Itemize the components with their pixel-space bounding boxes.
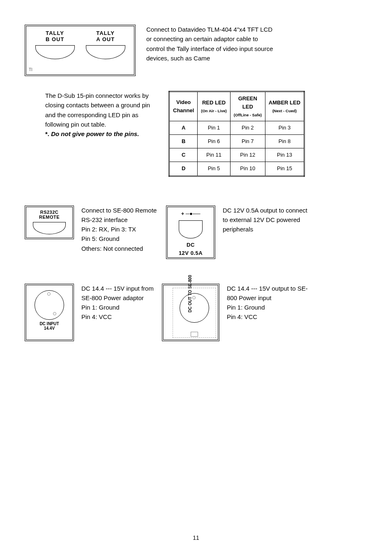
text: Pin 4: VCC (81, 312, 159, 321)
tally-b-label: TALLY B OUT (46, 30, 64, 43)
cell: B (169, 135, 198, 148)
ports-row-2: DC INPUT 14.4V DC 14.4 --- 15V input fro… (25, 284, 367, 341)
text: A OUT (96, 36, 115, 42)
text: TALLY (46, 30, 64, 36)
polarity-icon: + ─●── (169, 210, 212, 218)
cell: Pin 7 (230, 135, 265, 148)
table-row: D Pin 5 Pin 10 Pin 15 (169, 162, 304, 176)
connector-tab-icon (191, 332, 198, 337)
warning-line: *. Do not give power to the pins. (45, 129, 160, 139)
text: Pin 4: VCC (227, 312, 317, 321)
rs232-description: Connect to SE-800 Remote RS-232 interfac… (81, 206, 164, 253)
text: (On Air - Live) (201, 108, 226, 114)
text: TALLY (96, 30, 115, 36)
pinout-table: Video Channel RED LED (On Air - Live) GR… (168, 91, 305, 177)
text: DC INPUT (39, 321, 59, 326)
text: RED LED (202, 99, 226, 106)
cell: Pin 13 (265, 148, 304, 162)
tally-diagram: TALLY B OUT TALLY A OUT TI (25, 25, 136, 76)
rs232-diagram: RS232C REMOTE (25, 206, 74, 239)
text: Pin 2: RX, Pin 3: TX (81, 224, 164, 234)
dsub-connector-icon (33, 222, 66, 234)
tally-section: TALLY B OUT TALLY A OUT TI Connect to Da… (25, 25, 367, 76)
dsub-connector-icon (35, 45, 75, 59)
dc12-diagram: + ─●── DC 12V 0.5A (166, 206, 215, 259)
cell: Pin 6 (198, 135, 230, 148)
text: RS232C (40, 210, 59, 215)
xlr-connector-icon (35, 290, 64, 320)
text: Pin 5: Ground (81, 234, 164, 243)
text: *. (45, 130, 51, 137)
text: DC 14.4 --- 15V input from SE-800 Power … (81, 284, 159, 303)
th-red-led: RED LED (On Air - Live) (198, 92, 230, 121)
cell: Pin 11 (198, 148, 230, 162)
text: REMOTE (39, 215, 60, 220)
text: Connect to SE-800 Remote RS-232 interfac… (81, 206, 164, 225)
dc-input-diagram: DC INPUT 14.4V (25, 284, 74, 341)
text: LED (242, 104, 253, 110)
ti-label: TI (29, 67, 32, 73)
table-row: A Pin 1 Pin 2 Pin 3 (169, 121, 304, 135)
cell: Pin 10 (230, 162, 265, 176)
pinout-section: The D-Sub 15-pin connector works by clos… (25, 91, 367, 177)
text: GREEN (238, 95, 257, 102)
dc12-description: DC 12V 0.5A output to connect to externa… (223, 206, 313, 234)
page-number: 11 (193, 534, 199, 543)
paragraph: The D-Sub 15-pin connector works by clos… (45, 91, 160, 129)
text: 12V 0.5A (179, 250, 203, 256)
text: Others: Not connected (81, 244, 164, 253)
text: (OffLine - Safe) (234, 112, 262, 118)
tally-a-label: TALLY A OUT (96, 30, 115, 43)
th-amber-led: AMBER LED (Next - Cued) (265, 92, 304, 121)
dc-out-diagram: DC OUT TO SE-800 (162, 284, 219, 341)
text: 14.4V (44, 326, 55, 331)
cell: Pin 15 (265, 162, 304, 176)
text: (Next - Cued) (269, 108, 300, 114)
xlr-connector-icon (180, 293, 209, 323)
ports-row-1: RS232C REMOTE Connect to SE-800 Remote R… (25, 206, 367, 259)
th-green-led: GREEN LED (OffLine - Safe) (230, 92, 265, 121)
dc-out-description: DC 14.4 --- 15V output to SE-800 Power i… (227, 284, 317, 322)
text: Pin 1: Ground (227, 303, 317, 312)
dsub-connector-icon (86, 45, 125, 59)
cell: Pin 3 (265, 121, 304, 135)
text: AMBER LED (269, 99, 300, 106)
tally-description: Connect to Datavideo TLM-404 4"x4 TFT LC… (146, 25, 276, 63)
cell: Pin 5 (198, 162, 230, 176)
text: DC 14.4 --- 15V output to SE-800 Power i… (227, 284, 317, 303)
text: B OUT (46, 36, 64, 42)
cell: Pin 1 (198, 121, 230, 135)
cell: Pin 12 (230, 148, 265, 162)
pinout-text: The D-Sub 15-pin connector works by clos… (45, 91, 160, 139)
cell: Pin 2 (230, 121, 265, 135)
text: DC (187, 242, 195, 248)
cell: A (169, 121, 198, 135)
th-video-channel: Video Channel (169, 92, 198, 121)
warning-text: Do not give power to the pins. (51, 130, 139, 137)
cell: C (169, 148, 198, 162)
cell: Pin 8 (265, 135, 304, 148)
table-row: C Pin 11 Pin 12 Pin 13 (169, 148, 304, 162)
barrel-connector-icon (179, 220, 203, 238)
dc-input-description: DC 14.4 --- 15V input from SE-800 Power … (81, 284, 159, 322)
table-row: B Pin 6 Pin 7 Pin 8 (169, 135, 304, 148)
cell: D (169, 162, 198, 176)
text: Pin 1: Ground (81, 303, 159, 312)
